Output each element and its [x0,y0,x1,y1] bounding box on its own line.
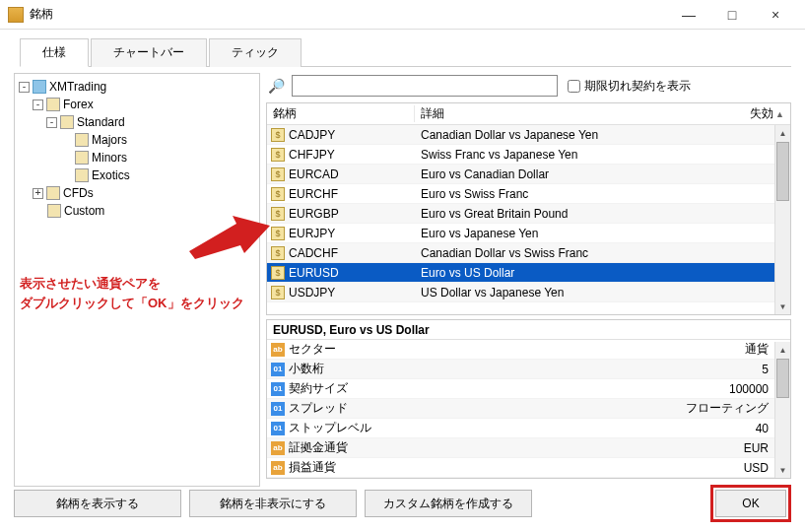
svg-marker-0 [189,216,270,259]
detail-row: 01ストップレベル40 [267,419,790,438]
table-row[interactable]: $USDJPYUS Dollar vs Japanese Yen [267,283,790,302]
collapse-icon[interactable]: - [19,82,30,93]
maximize-button[interactable]: □ [710,1,754,29]
tree-exotics[interactable]: Exotics [17,166,257,184]
detail-row: ab証拠金通貨EUR [267,438,790,458]
tabs: 仕様 チャートバー ティック [20,37,791,67]
symbol-icon: $ [271,167,285,181]
table-row[interactable]: $EURJPYEuro vs Japanese Yen [267,224,790,243]
folder-icon [46,186,60,200]
field-type-icon: ab [271,461,285,475]
detail-title: EURUSD, Euro vs US Dollar [267,320,790,340]
annotation-arrow-icon [189,212,270,259]
sort-arrow-icon: ▲ [775,109,784,119]
scroll-up-icon[interactable]: ▲ [775,125,790,141]
table-row[interactable]: $CADCHFCanadian Dollar vs Swiss Franc [267,243,790,263]
scroll-up-icon[interactable]: ▲ [775,342,790,358]
detail-key: ストップレベル [289,420,756,436]
desc-cell: Canadian Dollar vs Japanese Yen [415,128,790,142]
symbol-cell: EURCAD [289,167,339,181]
scroll-down-icon[interactable]: ▼ [775,299,790,314]
tree-label: Forex [63,98,94,111]
tree-forex[interactable]: - Forex [17,96,257,113]
minimize-button[interactable]: — [667,1,710,29]
expired-checkbox-label: 期限切れ契約を表示 [584,78,691,95]
tree-label: Custom [64,204,104,218]
symbol-cell: CHFJPY [289,148,335,162]
table-row[interactable]: $EURCHFEuro vs Swiss Franc [267,184,790,204]
detail-key: 証拠金通貨 [289,439,744,456]
desc-cell: Euro vs Japanese Yen [415,227,790,240]
col-detail[interactable]: 詳細 [415,105,745,122]
scrollbar[interactable]: ▲ ▼ [774,125,790,314]
tree-root[interactable]: - XMTrading [17,78,257,96]
scroll-thumb[interactable] [776,142,789,201]
symbol-icon: $ [271,148,285,162]
create-custom-button[interactable]: カスタム銘柄を作成する [365,490,532,517]
symbol-cell: EURUSD [289,266,339,280]
search-input[interactable] [292,75,558,97]
col-symbol[interactable]: 銘柄 [267,105,415,122]
tree-majors[interactable]: Majors [17,131,257,149]
symbol-cell: CADJPY [289,128,335,142]
hide-symbol-button[interactable]: 銘柄を非表示にする [189,490,357,517]
detail-scrollbar[interactable]: ▲ ▼ [774,342,790,478]
expand-icon[interactable]: + [33,188,43,199]
scroll-down-icon[interactable]: ▼ [775,462,790,478]
col-disabled[interactable]: 失効▲ [745,105,790,122]
tree-label: XMTrading [49,80,106,94]
detail-row: ab損益通貨USD [267,458,790,478]
detail-key: 契約サイズ [289,380,729,397]
table-row[interactable]: $EURGBPEuro vs Great Britain Pound [267,204,790,224]
tab-spec[interactable]: 仕様 [20,38,89,67]
tree-minors[interactable]: Minors [17,149,257,166]
symbol-cell: EURCHF [289,187,338,201]
symbol-icon: $ [271,187,285,201]
show-symbol-button[interactable]: 銘柄を表示する [14,490,181,517]
app-icon [8,7,24,23]
tree-label: Exotics [92,168,130,182]
tab-chartbar[interactable]: チャートバー [91,38,207,67]
symbol-cell: USDJPY [289,286,335,299]
folder-icon [33,80,46,94]
tree-label: CFDs [63,186,94,200]
ok-highlight: OK [710,485,791,522]
desc-cell: Euro vs Great Britain Pound [415,207,790,221]
button-row: 銘柄を表示する 銘柄を非表示にする カスタム銘柄を作成する OK [14,485,791,522]
collapse-icon[interactable]: - [46,117,57,128]
detail-row: 01小数桁5 [267,360,790,379]
close-button[interactable]: × [754,1,797,29]
field-type-icon: ab [271,441,285,455]
symbol-detail: EURUSD, Euro vs US Dollar abセクター通貨01小数桁5… [266,319,791,479]
detail-row: abセクター通貨 [267,340,790,360]
tree-standard[interactable]: - Standard [17,113,257,131]
ok-button[interactable]: OK [715,490,786,517]
table-row[interactable]: $EURUSDEuro vs US Dollar [267,263,790,283]
symbol-cell: EURGBP [289,207,339,221]
tab-tick[interactable]: ティック [209,38,302,67]
table-row[interactable]: $EURCADEuro vs Canadian Dollar [267,165,790,184]
detail-key: スプレッド [289,400,686,417]
desc-cell: Euro vs US Dollar [415,266,790,280]
desc-cell: Swiss Franc vs Japanese Yen [415,148,790,162]
symbol-icon: $ [271,266,285,280]
detail-row: 01契約サイズ100000 [267,379,790,399]
detail-key: 小数桁 [289,361,762,377]
field-type-icon: ab [271,343,285,357]
field-type-icon: 01 [271,402,285,416]
detail-key: セクター [289,341,745,358]
folder-icon [47,204,61,218]
expired-checkbox-input[interactable] [568,80,580,93]
scroll-thumb[interactable] [776,359,789,398]
table-row[interactable]: $CADJPYCanadian Dollar vs Japanese Yen [267,125,790,145]
tree-label: Minors [92,151,127,165]
titlebar: 銘柄 — □ × [0,0,805,30]
collapse-icon[interactable]: - [33,100,43,110]
search-icon[interactable]: 🔎 [266,78,286,94]
symbol-icon: $ [271,227,285,240]
tree-label: Majors [92,133,127,147]
tree-cfds[interactable]: + CFDs [17,184,257,202]
expired-checkbox[interactable]: 期限切れ契約を表示 [568,78,691,95]
desc-cell: Euro vs Swiss Franc [415,187,790,201]
table-row[interactable]: $CHFJPYSwiss Franc vs Japanese Yen [267,145,790,165]
